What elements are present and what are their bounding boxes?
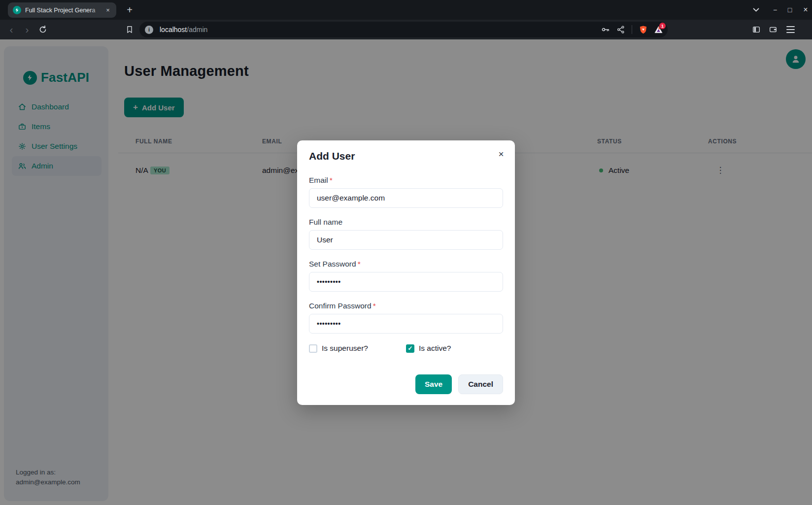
full-name-field[interactable]	[309, 230, 503, 250]
sidebar-panel-icon[interactable]	[752, 25, 761, 34]
browser-window: Full Stack Project Genera × + − □ × ‹ › …	[0, 0, 812, 505]
forward-button[interactable]: ›	[20, 20, 34, 39]
url-bar[interactable]: i localhost/admin 1	[139, 22, 668, 37]
is-superuser-option[interactable]: Is superuser?	[309, 344, 406, 353]
share-icon[interactable]	[616, 25, 625, 34]
email-field-group: Email*	[309, 176, 503, 208]
site-info-icon[interactable]: i	[145, 26, 153, 34]
is-active-option[interactable]: ✓ Is active?	[406, 344, 503, 353]
tab-title: Full Stack Project Genera	[25, 7, 103, 14]
toolbar-separator	[632, 25, 632, 34]
new-tab-button[interactable]: +	[123, 3, 136, 16]
email-field[interactable]	[309, 188, 503, 208]
window-close-button[interactable]: ×	[798, 2, 812, 17]
add-user-modal: × Add User Email* Full name Set Password…	[297, 140, 515, 405]
is-active-checkbox[interactable]: ✓	[406, 344, 414, 353]
wallet-panel-icon[interactable]	[769, 25, 778, 34]
cancel-button[interactable]: Cancel	[458, 374, 503, 394]
is-superuser-label: Is superuser?	[322, 344, 368, 353]
set-password-field-group: Set Password*	[309, 260, 503, 292]
tab-search-chevron-icon[interactable]	[748, 2, 763, 17]
email-label: Email*	[309, 176, 503, 185]
bookmark-icon[interactable]	[125, 25, 134, 34]
is-active-label: Is active?	[419, 344, 451, 353]
confirm-password-field[interactable]	[309, 314, 503, 334]
back-button[interactable]: ‹	[4, 20, 19, 39]
confirm-password-label: Confirm Password*	[309, 302, 503, 310]
brave-shield-icon[interactable]	[639, 25, 647, 34]
app-viewport: FastAPI Dashboard Items	[0, 39, 812, 505]
full-name-field-group: Full name	[309, 218, 503, 250]
modal-title: Add User	[309, 150, 503, 162]
required-marker: *	[373, 302, 376, 310]
is-superuser-checkbox[interactable]	[309, 344, 317, 353]
tab-strip: Full Stack Project Genera × + − □ ×	[0, 0, 812, 20]
password-key-icon[interactable]	[601, 25, 610, 34]
brave-rewards-icon[interactable]: 1	[654, 25, 663, 34]
save-button[interactable]: Save	[415, 374, 452, 394]
url-path: /admin	[187, 26, 207, 34]
window-minimize-button[interactable]: −	[768, 2, 782, 17]
window-maximize-button[interactable]: □	[782, 2, 797, 17]
modal-close-icon[interactable]: ×	[493, 146, 509, 162]
menu-icon[interactable]	[786, 26, 795, 33]
browser-tab[interactable]: Full Stack Project Genera ×	[8, 2, 116, 18]
full-name-label: Full name	[309, 218, 503, 227]
check-icon: ✓	[407, 345, 412, 352]
browser-toolbar: ‹ › i localhost/admin 1	[0, 20, 812, 39]
tab-close-icon[interactable]: ×	[103, 6, 112, 15]
set-password-field[interactable]	[309, 272, 503, 292]
reload-button[interactable]	[38, 25, 47, 34]
fastapi-favicon-icon	[13, 6, 21, 14]
rewards-badge: 1	[659, 23, 666, 29]
required-marker: *	[358, 260, 361, 268]
required-marker: *	[330, 176, 333, 184]
modal-buttons: Save Cancel	[309, 374, 503, 394]
url-host: localhost	[160, 26, 187, 34]
checkbox-row: Is superuser? ✓ Is active?	[309, 344, 503, 353]
set-password-label: Set Password*	[309, 260, 503, 269]
confirm-password-field-group: Confirm Password*	[309, 302, 503, 334]
